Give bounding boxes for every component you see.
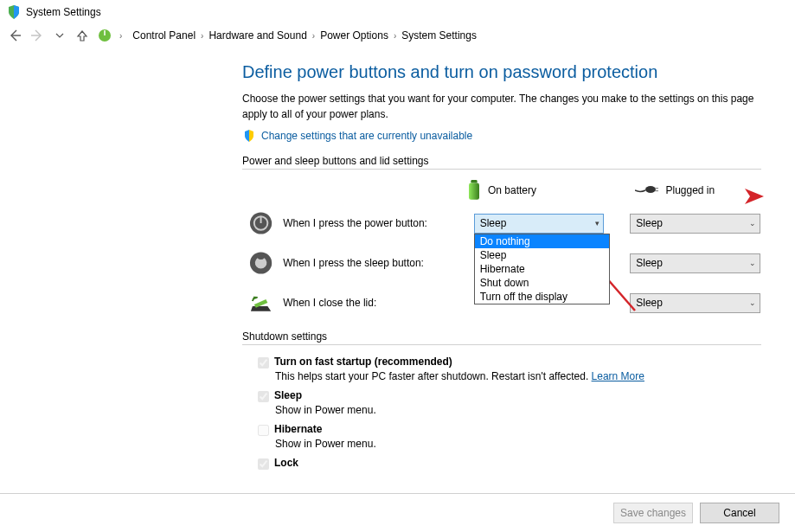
dropdown-option[interactable]: Turn off the display [475, 290, 609, 304]
fast-startup-row: Turn on fast startup (recommended) [258, 356, 760, 369]
chevron-down-icon: ⌄ [749, 259, 756, 267]
page-title: Define power buttons and turn on passwor… [242, 62, 760, 82]
page-description: Choose the power settings that you want … [242, 91, 760, 122]
hibernate-check-label: Hibernate [274, 423, 322, 435]
sleep-check-row: Sleep [258, 389, 760, 402]
content-area: Define power buttons and turn on passwor… [0, 47, 795, 470]
svg-point-3 [645, 186, 656, 193]
cancel-button[interactable]: Cancel [700, 503, 779, 523]
power-button-row: When I press the power button: Sleep ▾ D… [242, 211, 760, 235]
back-button[interactable] [7, 28, 22, 43]
window-title: System Settings [26, 6, 101, 18]
svg-rect-2 [469, 183, 479, 200]
sleep-button-plugged-dropdown[interactable]: Sleep ⌄ [630, 253, 760, 273]
dropdown-option[interactable]: Do nothing [475, 234, 609, 248]
sleep-check-label: Sleep [274, 389, 302, 401]
lid-plugged-dropdown[interactable]: Sleep ⌄ [630, 293, 760, 313]
sleep-button-label: When I press the sleep button: [283, 257, 464, 269]
sleep-check-desc: Show in Power menu. [275, 404, 760, 416]
window-titlebar: System Settings [0, 0, 795, 24]
chevron-down-icon: ⌄ [749, 219, 756, 228]
save-changes-button[interactable]: Save changes [613, 503, 693, 523]
power-options-icon [97, 28, 112, 43]
divider [242, 169, 761, 170]
lid-label: When I close the lid: [283, 297, 464, 309]
breadcrumb: Control Panel › Hardware and Sound › Pow… [132, 29, 477, 42]
shield-icon [7, 5, 21, 19]
chevron-down-icon: ▾ [595, 219, 599, 228]
power-button-label: When I press the power button: [283, 217, 464, 229]
section-shutdown-label: Shutdown settings [242, 330, 760, 343]
breadcrumb-item[interactable]: System Settings [401, 29, 477, 42]
change-settings-link[interactable]: Change settings that are currently unava… [261, 130, 472, 142]
column-headers: On battery Plugged in [467, 180, 760, 201]
breadcrumb-item[interactable]: Power Options [320, 29, 388, 42]
svg-rect-4 [655, 188, 658, 189]
dropdown-option[interactable]: Sleep [475, 248, 609, 262]
footer-bar: Save changes Cancel [0, 493, 795, 532]
fast-startup-checkbox[interactable] [258, 357, 269, 369]
plug-icon [635, 184, 659, 196]
sleep-checkbox[interactable] [258, 391, 269, 402]
uac-shield-icon [242, 129, 256, 143]
shutdown-settings-section: Shutdown settings Turn on fast startup (… [242, 330, 760, 470]
breadcrumb-item[interactable]: Hardware and Sound [208, 29, 306, 42]
learn-more-link[interactable]: Learn More [592, 370, 644, 382]
sleep-button-icon [249, 251, 272, 275]
lock-checkbox[interactable] [258, 458, 269, 470]
dropdown-value: Sleep [636, 257, 663, 269]
divider [242, 344, 761, 345]
power-button-battery-dropdown[interactable]: Sleep ▾ Do nothing Sleep Hibernate Shut … [474, 214, 605, 234]
breadcrumb-sep-icon: › [119, 31, 122, 41]
dropdown-option[interactable]: Shut down [475, 276, 609, 290]
power-button-icon [249, 211, 272, 235]
power-button-plugged-dropdown[interactable]: Sleep ⌄ [630, 214, 760, 234]
plugged-in-label: Plugged in [666, 184, 715, 196]
dropdown-value: Sleep [480, 217, 507, 229]
section-power-label: Power and sleep buttons and lid settings [242, 155, 760, 167]
hibernate-check-row: Hibernate [258, 423, 760, 436]
on-battery-header: On battery [467, 180, 593, 201]
breadcrumb-sep: › [394, 31, 396, 41]
hibernate-checkbox[interactable] [258, 425, 269, 436]
hibernate-check-desc: Show in Power menu. [275, 438, 760, 450]
dropdown-value: Sleep [636, 297, 663, 309]
dropdown-option[interactable]: Hibernate [475, 262, 609, 276]
plugged-in-header: Plugged in [635, 184, 761, 196]
svg-rect-5 [655, 190, 658, 191]
dropdown-list: Do nothing Sleep Hibernate Shut down Tur… [474, 234, 610, 304]
up-button[interactable] [74, 28, 90, 43]
forward-button[interactable] [29, 28, 45, 43]
fast-startup-label: Turn on fast startup (recommended) [274, 356, 452, 368]
breadcrumb-sep: › [201, 31, 203, 41]
recent-dropdown[interactable] [52, 28, 67, 43]
on-battery-label: On battery [488, 184, 536, 196]
dropdown-value: Sleep [636, 217, 663, 229]
breadcrumb-item[interactable]: Control Panel [132, 29, 196, 42]
fast-startup-desc: This helps start your PC faster after sh… [275, 370, 760, 382]
chevron-down-icon: ⌄ [749, 298, 756, 307]
breadcrumb-sep: › [312, 31, 315, 41]
lid-icon [249, 291, 272, 315]
lock-check-label: Lock [274, 457, 298, 469]
svg-rect-1 [471, 180, 477, 183]
change-settings-row: Change settings that are currently unava… [242, 129, 760, 143]
battery-icon [467, 180, 481, 201]
navigation-bar: › Control Panel › Hardware and Sound › P… [0, 24, 795, 47]
lock-check-row: Lock [258, 457, 760, 470]
